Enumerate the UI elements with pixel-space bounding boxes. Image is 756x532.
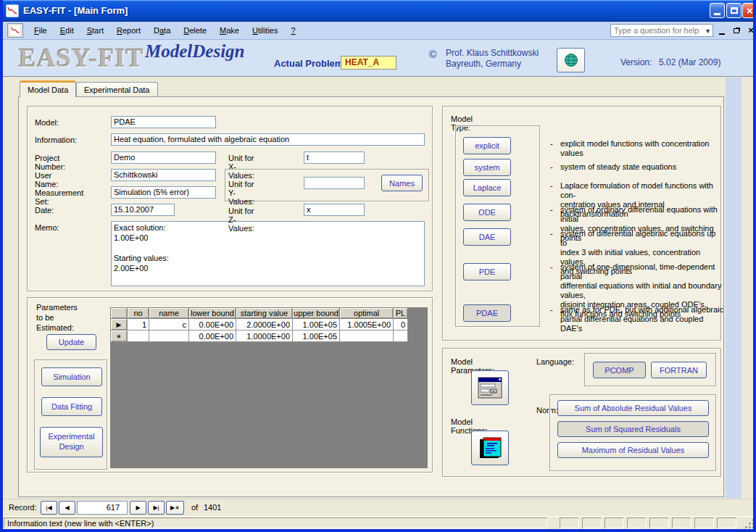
- menu-item-data[interactable]: Data: [147, 22, 177, 39]
- close-button[interactable]: ×: [742, 3, 756, 18]
- table-cell[interactable]: [128, 331, 149, 342]
- table-cell[interactable]: 1.00E+05: [293, 331, 340, 342]
- current-record-input[interactable]: 617: [77, 501, 128, 515]
- column-header-upper-bound[interactable]: upper bound: [293, 308, 340, 319]
- norm-button-maximum[interactable]: Maximum of Residual Values: [557, 442, 709, 458]
- model-type-button-explicit[interactable]: explicit: [463, 137, 511, 154]
- column-header-optimal[interactable]: optimal: [340, 308, 394, 319]
- menu-item-utilities[interactable]: Utilities: [246, 22, 284, 39]
- table-cell[interactable]: 0: [394, 319, 408, 331]
- column-header-PL[interactable]: PL: [394, 308, 408, 319]
- tab-model-data[interactable]: Model Data: [20, 80, 76, 97]
- menu-item-start[interactable]: Start: [80, 22, 110, 39]
- model-type-button-pdae[interactable]: PDAE: [463, 304, 511, 322]
- dropdown-arrow-icon[interactable]: ▼: [705, 25, 711, 37]
- column-header-lower-bound[interactable]: lower bound: [189, 308, 236, 319]
- bullet-dash: -: [550, 181, 553, 190]
- table-cell[interactable]: 1.0005E+00: [340, 319, 394, 331]
- table-cell[interactable]: c: [149, 319, 189, 331]
- author-text: Prof. Klaus Schittkowski Bayreuth, Germa…: [446, 48, 539, 70]
- date-field[interactable]: 15.10.2007: [111, 204, 175, 216]
- table-cell[interactable]: 1: [128, 319, 149, 331]
- data-fitting-button[interactable]: Data Fitting: [41, 397, 102, 416]
- norm-button-squared[interactable]: Sum of Squared Residuals: [557, 421, 709, 437]
- date-label: Date:: [35, 206, 54, 215]
- menu-item-edit[interactable]: Edit: [54, 22, 80, 39]
- measurement-set-field[interactable]: Simulation (5% error): [111, 186, 216, 199]
- unit-x-field[interactable]: t: [304, 151, 365, 164]
- table-cell[interactable]: [340, 331, 394, 342]
- easy-fit-app-icon: [6, 4, 19, 17]
- new-record-button[interactable]: ▶∗: [166, 501, 184, 515]
- record-total: 1401: [204, 503, 221, 512]
- mdi-system-icon[interactable]: [7, 23, 23, 38]
- model-type-button-dae[interactable]: DAE: [463, 228, 511, 246]
- website-button[interactable]: [557, 48, 585, 72]
- model-parameters-button[interactable]: ×: [471, 370, 509, 405]
- table-cell[interactable]: [149, 331, 189, 342]
- help-search-input[interactable]: Type a question for help ▼: [610, 24, 713, 37]
- maximize-icon: [731, 7, 738, 14]
- model-functions-button[interactable]: [471, 431, 509, 465]
- next-record-button[interactable]: ▶: [130, 501, 146, 515]
- minimize-button[interactable]: [710, 3, 725, 18]
- project-number-field[interactable]: Demo: [111, 151, 216, 164]
- language-button-fortran[interactable]: FORTRAN: [651, 362, 707, 378]
- row-selector[interactable]: ∗: [111, 331, 128, 342]
- tab-experimental-data[interactable]: Experimental Data: [76, 82, 158, 97]
- experimental-design-button[interactable]: Experimental Design: [40, 427, 103, 457]
- actual-problem-value[interactable]: HEAT_A: [341, 56, 396, 70]
- memo-field[interactable]: Exact solution: 1.00E+00 Starting values…: [111, 221, 425, 286]
- mdi-close-button[interactable]: ×: [747, 26, 755, 35]
- column-header-no[interactable]: no: [128, 308, 149, 319]
- author-line2: Bayreuth, Germany: [446, 59, 539, 70]
- unit-z-field[interactable]: x: [304, 204, 365, 216]
- model-type-desc-explicit: explicit model functions with concentrat…: [560, 139, 724, 158]
- menu-item-report[interactable]: Report: [110, 22, 147, 39]
- menu-item-delete[interactable]: Delete: [177, 22, 213, 39]
- model-type-button-system[interactable]: system: [463, 159, 511, 176]
- table-cell[interactable]: [394, 331, 408, 342]
- window-form-icon: ×: [478, 377, 502, 399]
- unit-y-field[interactable]: [304, 177, 365, 189]
- last-record-button[interactable]: ▶|: [148, 501, 165, 515]
- table-cell[interactable]: 1.0000E+00: [236, 331, 293, 342]
- row-selector[interactable]: ▶: [111, 319, 128, 331]
- user-name-label: User Name:: [35, 171, 58, 188]
- title-bar[interactable]: EASY-FIT - [Main Form] ×: [0, 0, 756, 22]
- simulation-button[interactable]: Simulation: [41, 367, 102, 386]
- table-cell[interactable]: 0.00E+00: [189, 331, 236, 342]
- menu-item-help[interactable]: ?: [284, 22, 302, 39]
- table-cell[interactable]: 1.00E+05: [293, 319, 340, 331]
- model-type-button-pde[interactable]: PDE: [463, 263, 511, 280]
- mdi-minimize-button[interactable]: [718, 26, 726, 35]
- menu-items: FileEditStartReportDataDeleteMakeUtiliti…: [28, 22, 302, 39]
- first-record-button[interactable]: |◀: [41, 501, 57, 515]
- information-field[interactable]: Heat equation, formulated with algebraic…: [111, 133, 425, 146]
- mdi-restore-button[interactable]: [732, 26, 741, 35]
- memo-label: Memo:: [35, 223, 59, 232]
- table-cell[interactable]: 0.00E+00: [189, 319, 236, 331]
- table-cell[interactable]: 2.0000E+00: [236, 319, 293, 331]
- measurement-set-label: Measurement Set:: [35, 188, 83, 206]
- resize-grip-icon[interactable]: [745, 519, 755, 528]
- previous-record-button[interactable]: ◀: [59, 501, 75, 515]
- names-button[interactable]: Names: [381, 175, 423, 191]
- model-type-button-ode[interactable]: ODE: [463, 204, 511, 221]
- norm-button-absolute[interactable]: Sum of Absolute Residual Values: [557, 400, 709, 416]
- maximize-button[interactable]: [726, 3, 742, 18]
- model-type-button-laplace[interactable]: Laplace: [463, 179, 511, 196]
- update-button[interactable]: Update: [46, 334, 96, 350]
- status-panel: [649, 518, 669, 528]
- row-selector-header: [111, 308, 128, 319]
- parameters-table[interactable]: nonamelower boundstarting valueupper bou…: [110, 307, 428, 468]
- status-text: Information text (new line with <ENTER>): [7, 519, 154, 528]
- language-button-pcomp[interactable]: PCOMP: [593, 362, 646, 378]
- user-name-field[interactable]: Schittkowski: [111, 169, 216, 181]
- model-field[interactable]: PDAE: [111, 116, 216, 128]
- column-header-name[interactable]: name: [149, 308, 189, 319]
- menu-item-file[interactable]: File: [28, 22, 54, 39]
- status-message-panel: Information text (new line with <ENTER>): [4, 518, 547, 528]
- column-header-starting-value[interactable]: starting value: [236, 308, 293, 319]
- menu-item-make[interactable]: Make: [213, 22, 246, 39]
